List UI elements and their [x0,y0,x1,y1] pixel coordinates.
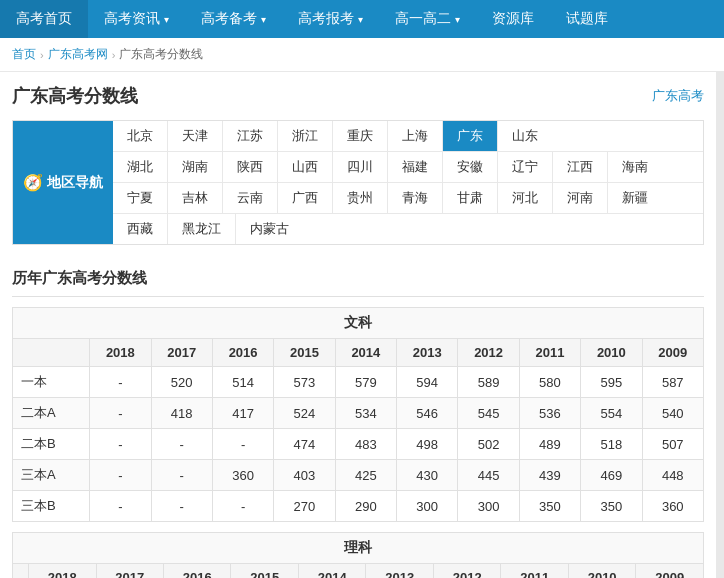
row-label-sanbenb: 三本B [13,491,90,522]
cell: 300 [458,491,519,522]
region-xinjiang[interactable]: 新疆 [608,183,662,213]
region-zhejiang[interactable]: 浙江 [278,121,333,151]
region-xizang[interactable]: 西藏 [113,214,168,244]
nav-home[interactable]: 高考首页 [0,0,88,38]
region-beijing[interactable]: 北京 [113,121,168,151]
cell: - [151,429,212,460]
cell: 595 [581,367,642,398]
nav-news[interactable]: 高考资讯 ▾ [88,0,185,38]
region-hainan[interactable]: 海南 [608,152,662,182]
cell: 507 [642,429,703,460]
table-row: 三本A - - 360 403 425 430 445 439 469 448 [13,460,704,491]
like-col-2015: 2015 [231,564,298,579]
nav-prep[interactable]: 高考备考 ▾ [185,0,282,38]
breadcrumb: 首页 › 广东高考网 › 广东高考分数线 [0,38,724,72]
breadcrumb-home[interactable]: 首页 [12,46,36,63]
cell: 350 [581,491,642,522]
region-hebei[interactable]: 河北 [498,183,553,213]
like-col-2018: 2018 [29,564,96,579]
wenke-header-row: 2018 2017 2016 2015 2014 2013 2012 2011 … [13,339,704,367]
cell: 587 [642,367,703,398]
cell: - [90,460,151,491]
cell: 439 [519,460,580,491]
wenke-col-2012: 2012 [458,339,519,367]
nav-resources[interactable]: 资源库 [476,0,550,38]
region-henan[interactable]: 河南 [553,183,608,213]
cell: 445 [458,460,519,491]
cell: 360 [642,491,703,522]
nav-apply[interactable]: 高考报考 ▾ [282,0,379,38]
cell: 518 [581,429,642,460]
region-nav-label: 地区导航 [47,174,103,192]
region-jiangsu[interactable]: 江苏 [223,121,278,151]
right-sidebar [716,72,724,578]
wenke-col-2014: 2014 [335,339,396,367]
region-hunan[interactable]: 湖南 [168,152,223,182]
cell: 589 [458,367,519,398]
cell: 580 [519,367,580,398]
cell: 350 [519,491,580,522]
region-shanghai[interactable]: 上海 [388,121,443,151]
region-ningxia[interactable]: 宁夏 [113,183,168,213]
page-subtitle: 广东高考 [652,87,704,105]
region-guangxi[interactable]: 广西 [278,183,333,213]
region-shanxi[interactable]: 山西 [278,152,333,182]
region-gansu[interactable]: 甘肃 [443,183,498,213]
region-hubei[interactable]: 湖北 [113,152,168,182]
like-header-row: 2018 2017 2016 2015 2014 2013 2012 2011 … [13,564,704,579]
cell: 520 [151,367,212,398]
cell: 300 [397,491,458,522]
page-title-bar: 广东高考分数线 广东高考 [12,84,704,108]
like-col-2013: 2013 [366,564,433,579]
cell: - [212,429,273,460]
region-jilin[interactable]: 吉林 [168,183,223,213]
region-liaoning[interactable]: 辽宁 [498,152,553,182]
region-qinghai[interactable]: 青海 [388,183,443,213]
region-jiangxi[interactable]: 江西 [553,152,608,182]
region-tianjin[interactable]: 天津 [168,121,223,151]
wenke-col-2010: 2010 [581,339,642,367]
region-guizhou[interactable]: 贵州 [333,183,388,213]
main-wrapper: 广东高考分数线 广东高考 🧭 地区导航 北京 天津 江苏 浙江 重庆 上海 广东… [0,72,724,578]
row-label-erbena: 二本A [13,398,90,429]
region-shaanxi[interactable]: 陕西 [223,152,278,182]
like-col-2011: 2011 [501,564,568,579]
cell: - [151,491,212,522]
region-anhui[interactable]: 安徽 [443,152,498,182]
cell: - [90,398,151,429]
region-neimenggu[interactable]: 内蒙古 [236,214,303,244]
cell: 430 [397,460,458,491]
cell: 448 [642,460,703,491]
region-sichuan[interactable]: 四川 [333,152,388,182]
cell: 546 [397,398,458,429]
nav-grade[interactable]: 高一高二 ▾ [379,0,476,38]
top-navigation: 高考首页 高考资讯 ▾ 高考备考 ▾ 高考报考 ▾ 高一高二 ▾ 资源库 试题库 [0,0,724,38]
region-heilongjiang[interactable]: 黑龙江 [168,214,236,244]
region-yunnan[interactable]: 云南 [223,183,278,213]
region-fujian[interactable]: 福建 [388,152,443,182]
region-chongqing[interactable]: 重庆 [333,121,388,151]
cell: 417 [212,398,273,429]
wenke-col-2015: 2015 [274,339,335,367]
breadcrumb-current: 广东高考分数线 [119,46,203,63]
table-row: 二本A - 418 417 524 534 546 545 536 554 54… [13,398,704,429]
wenke-category-title: 文科 [12,307,704,338]
arrow-icon: ▾ [164,14,169,25]
cell: 594 [397,367,458,398]
nav-questions[interactable]: 试题库 [550,0,624,38]
like-category-title: 理科 [12,532,704,563]
wenke-col-2017: 2017 [151,339,212,367]
cell: 425 [335,460,396,491]
cell: 418 [151,398,212,429]
page-title: 广东高考分数线 [12,84,138,108]
region-guangdong[interactable]: 广东 [443,121,498,151]
cell: - [212,491,273,522]
like-table-wrapper: 理科 2018 2017 2016 2015 2014 2013 2012 20… [12,532,704,578]
arrow-icon: ▾ [455,14,460,25]
row-label-erbenb: 二本B [13,429,90,460]
like-col-2009: 2009 [636,564,704,579]
cell: 540 [642,398,703,429]
breadcrumb-guangdong[interactable]: 广东高考网 [48,46,108,63]
cell: 573 [274,367,335,398]
region-shandong[interactable]: 山东 [498,121,552,151]
